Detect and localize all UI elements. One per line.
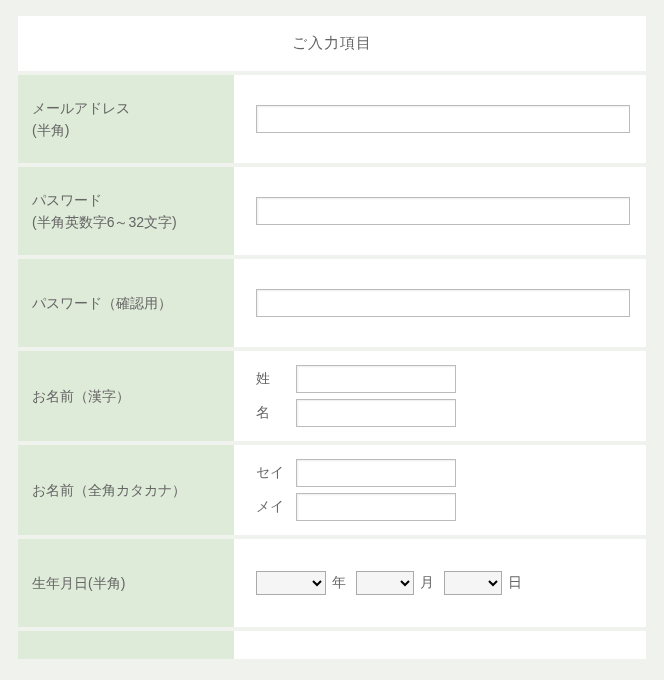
sei-kanji-input[interactable] xyxy=(296,365,456,393)
sei-kana-input[interactable] xyxy=(296,459,456,487)
section-title: ご入力項目 xyxy=(292,34,372,51)
prefix-sei-kanji: 姓 xyxy=(256,370,286,388)
year-unit: 年 xyxy=(332,574,346,592)
day-select[interactable] xyxy=(444,571,502,595)
cell-password-confirm xyxy=(234,259,646,347)
row-birthdate: 生年月日(半角) 年 月 日 xyxy=(18,535,646,627)
prefix-sei-kana: セイ xyxy=(256,464,286,482)
row-password: パスワード (半角英数字6～32文字) xyxy=(18,163,646,255)
cell-birthdate: 年 月 日 xyxy=(234,539,646,627)
cell-email xyxy=(234,75,646,163)
row-name-kana: お名前（全角カタカナ） セイ メイ xyxy=(18,441,646,535)
section-header: ご入力項目 xyxy=(18,16,646,71)
label-name-kana: お名前（全角カタカナ） xyxy=(18,445,234,535)
line-mei-kana: メイ xyxy=(256,493,630,521)
label-name-kanji-text: お名前（漢字） xyxy=(32,385,220,407)
row-password-confirm: パスワード（確認用） xyxy=(18,255,646,347)
label-password-main: パスワード xyxy=(32,189,220,211)
month-select[interactable] xyxy=(356,571,414,595)
year-select[interactable] xyxy=(256,571,326,595)
label-password: パスワード (半角英数字6～32文字) xyxy=(18,167,234,255)
label-email-sub: (半角) xyxy=(32,119,220,141)
label-password-confirm: パスワード（確認用） xyxy=(18,259,234,347)
label-next-partial xyxy=(18,631,234,659)
day-unit: 日 xyxy=(508,574,522,592)
mei-kana-input[interactable] xyxy=(296,493,456,521)
line-sei-kanji: 姓 xyxy=(256,365,630,393)
cell-name-kanji: 姓 名 xyxy=(234,351,646,441)
row-name-kanji: お名前（漢字） 姓 名 xyxy=(18,347,646,441)
cell-password xyxy=(234,167,646,255)
label-email-main: メールアドレス xyxy=(32,97,220,119)
cell-next-partial xyxy=(234,631,646,659)
label-name-kana-text: お名前（全角カタカナ） xyxy=(32,479,220,501)
mei-kanji-input[interactable] xyxy=(296,399,456,427)
month-unit: 月 xyxy=(420,574,434,592)
label-password-sub: (半角英数字6～32文字) xyxy=(32,211,220,233)
row-email: メールアドレス (半角) xyxy=(18,71,646,163)
label-birthdate-text: 生年月日(半角) xyxy=(32,572,220,594)
password-confirm-input[interactable] xyxy=(256,289,630,317)
label-name-kanji: お名前（漢字） xyxy=(18,351,234,441)
prefix-mei-kanji: 名 xyxy=(256,404,286,422)
form-container: ご入力項目 メールアドレス (半角) パスワード (半角英数字6～32文字) パ… xyxy=(0,0,664,659)
line-mei-kanji: 名 xyxy=(256,399,630,427)
password-input[interactable] xyxy=(256,197,630,225)
cell-name-kana: セイ メイ xyxy=(234,445,646,535)
label-birthdate: 生年月日(半角) xyxy=(18,539,234,627)
label-password-confirm-text: パスワード（確認用） xyxy=(32,292,220,314)
label-email: メールアドレス (半角) xyxy=(18,75,234,163)
birthdate-line: 年 月 日 xyxy=(256,571,630,595)
email-input[interactable] xyxy=(256,105,630,133)
prefix-mei-kana: メイ xyxy=(256,498,286,516)
row-next-partial xyxy=(18,627,646,659)
line-sei-kana: セイ xyxy=(256,459,630,487)
